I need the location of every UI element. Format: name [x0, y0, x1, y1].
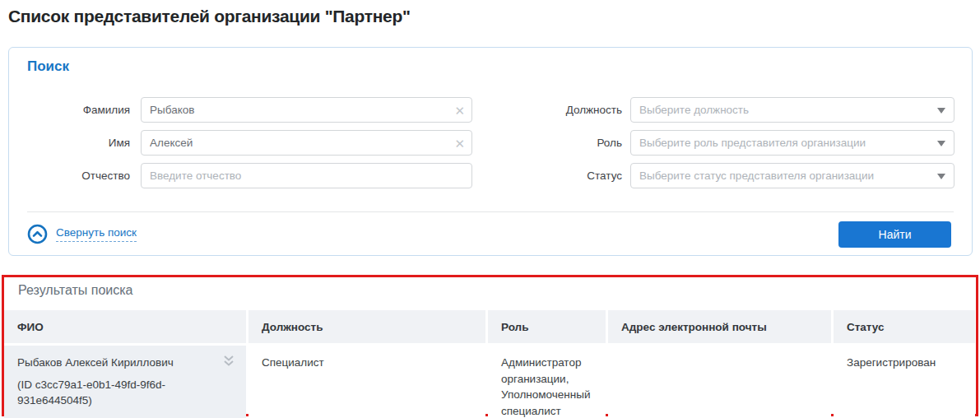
field-row-status: Статус Выберите статус представителя орг… [9, 163, 954, 188]
field-row-role: Роль Выберите роль представителя организ… [9, 130, 954, 156]
table-row-status-cell: Зарегистрирован [834, 346, 975, 418]
column-header-email: Адрес электронной почты [608, 310, 831, 343]
status-select[interactable]: Выберите статус представителя организаци… [630, 163, 954, 188]
table-row-fio-cell[interactable]: Рыбаков Алексей Кириллович (ID c3cc79a1-… [4, 346, 246, 418]
role-select-placeholder: Выберите роль представителя организации [639, 131, 929, 155]
field-row-position: Должность Выберите должность [9, 97, 954, 123]
column-header-position: Должность [248, 310, 485, 343]
column-header-status: Статус [834, 310, 975, 343]
table-row-role-cell: Администратор организации, Уполномоченны… [488, 346, 606, 418]
collapse-search-label: Свернуть поиск [56, 226, 137, 242]
status-select-placeholder: Выберите статус представителя организаци… [639, 164, 929, 188]
representative-id: (ID c3cc79a1-e0b1-49fd-9f6d-931e644504f5… [17, 377, 211, 409]
results-title: Результаты поиска [18, 283, 132, 298]
role-label: Роль [495, 130, 622, 156]
role-select[interactable]: Выберите роль представителя организации [630, 130, 954, 156]
search-panel: Поиск Фамилия ✕ Имя ✕ Отчество Должность… [8, 47, 973, 256]
position-select-placeholder: Выберите должность [639, 98, 929, 122]
column-header-role: Роль [488, 310, 606, 343]
table-row-position-cell: Специалист [248, 346, 485, 418]
page-title: Список представителей организации "Партн… [8, 7, 411, 26]
find-button[interactable]: Найти [838, 221, 951, 248]
column-header-fio: ФИО [4, 310, 246, 343]
table-row-email-cell [608, 346, 831, 418]
position-label: Должность [495, 97, 622, 123]
double-chevron-down-icon [221, 353, 236, 369]
representative-name: Рыбаков Алексей Кириллович [17, 355, 211, 371]
results-table: ФИО Должность Роль Адрес электронной поч… [4, 310, 975, 418]
search-results-section: Результаты поиска ФИО Должность Роль Адр… [2, 275, 978, 416]
status-label: Статус [495, 163, 622, 188]
circle-chevron-up-icon [27, 224, 48, 244]
chevron-down-icon [937, 141, 945, 146]
collapse-search-link[interactable]: Свернуть поиск [27, 222, 137, 245]
position-select[interactable]: Выберите должность [630, 97, 954, 123]
panel-divider [27, 211, 954, 212]
row-expander[interactable] [221, 353, 236, 369]
search-panel-title: Поиск [27, 58, 69, 75]
chevron-down-icon [937, 108, 945, 114]
chevron-down-icon [937, 174, 945, 179]
